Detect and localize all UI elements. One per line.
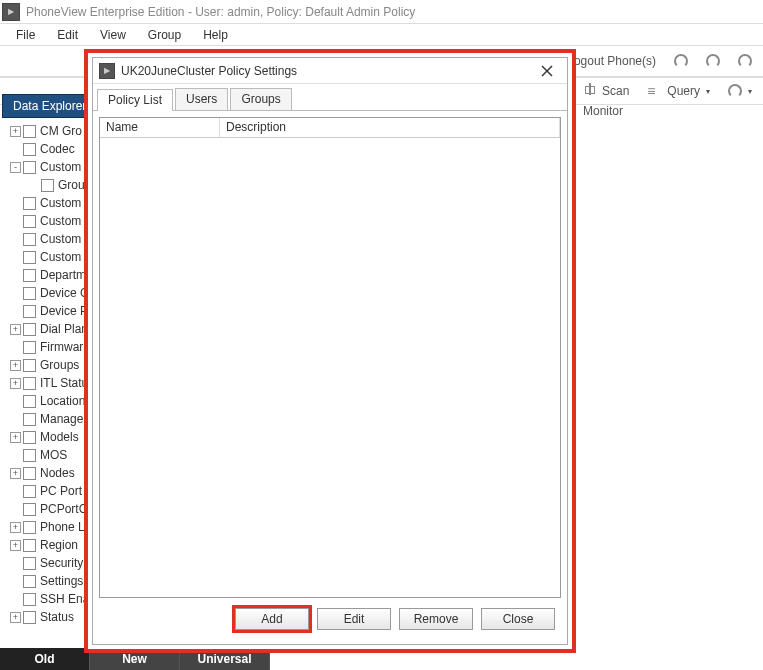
query-button[interactable]: Query ▾ — [640, 80, 717, 102]
headset-button-2[interactable] — [699, 51, 727, 71]
checkbox[interactable] — [23, 359, 36, 372]
expand-icon[interactable]: + — [10, 378, 21, 389]
menubar: File Edit View Group Help — [0, 24, 763, 45]
logout-phones-label: Logout Phone(s) — [567, 54, 656, 68]
tree-item-label: Region — [40, 538, 78, 552]
expand-icon[interactable]: + — [10, 324, 21, 335]
expand-icon[interactable]: + — [10, 126, 21, 137]
checkbox[interactable] — [23, 539, 36, 552]
close-dialog-button[interactable]: Close — [481, 608, 555, 630]
checkbox[interactable] — [23, 341, 36, 354]
checkbox[interactable] — [23, 575, 36, 588]
add-button[interactable]: Add — [235, 608, 309, 630]
checkbox[interactable] — [23, 233, 36, 246]
tree-spacer — [28, 180, 39, 191]
checkbox[interactable] — [41, 179, 54, 192]
column-description[interactable]: Description — [220, 118, 560, 137]
tree-spacer — [10, 342, 21, 353]
tree-item-label: Phone L — [40, 520, 85, 534]
tab-users[interactable]: Users — [175, 88, 228, 110]
checkbox[interactable] — [23, 323, 36, 336]
tree-item-label: MOS — [40, 448, 67, 462]
tree-spacer — [10, 306, 21, 317]
menu-help[interactable]: Help — [193, 26, 238, 44]
checkbox[interactable] — [23, 395, 36, 408]
tree-item-label: Grou — [58, 178, 85, 192]
expand-icon[interactable]: + — [10, 432, 21, 443]
close-icon — [541, 65, 553, 77]
expand-icon[interactable]: + — [10, 468, 21, 479]
tree-item-label: Models — [40, 430, 79, 444]
checkbox[interactable] — [23, 161, 36, 174]
headset-button-1[interactable] — [667, 51, 695, 71]
checkbox[interactable] — [23, 287, 36, 300]
window-title: PhoneView Enterprise Edition - User: adm… — [26, 5, 415, 19]
edit-button[interactable]: Edit — [317, 608, 391, 630]
remove-button[interactable]: Remove — [399, 608, 473, 630]
expand-icon[interactable]: + — [10, 612, 21, 623]
monitor-tab[interactable]: Monitor — [583, 104, 623, 118]
checkbox[interactable] — [23, 467, 36, 480]
headset-icon — [738, 54, 752, 68]
data-explorer-tab[interactable]: Data Explorer — [2, 94, 97, 118]
checkbox[interactable] — [23, 143, 36, 156]
checkbox[interactable] — [23, 485, 36, 498]
app-icon — [99, 63, 115, 79]
tree-spacer — [10, 450, 21, 461]
collapse-icon[interactable]: - — [10, 162, 21, 173]
checkbox[interactable] — [23, 431, 36, 444]
checkbox[interactable] — [23, 305, 36, 318]
expand-icon[interactable]: + — [10, 522, 21, 533]
stack-icon — [647, 83, 663, 99]
expand-icon[interactable]: + — [10, 360, 21, 371]
checkbox[interactable] — [23, 251, 36, 264]
tree-spacer — [10, 144, 21, 155]
tree-spacer — [10, 504, 21, 515]
policy-settings-dialog: UK20JuneCluster Policy Settings Policy L… — [85, 50, 575, 652]
policy-listview[interactable]: Name Description — [99, 117, 561, 598]
tree-item-label: Groups — [40, 358, 79, 372]
checkbox[interactable] — [23, 413, 36, 426]
tree-item-label: Custom — [40, 160, 81, 174]
menu-edit[interactable]: Edit — [47, 26, 88, 44]
checkbox[interactable] — [23, 521, 36, 534]
tree-spacer — [10, 558, 21, 569]
tab-policy-list[interactable]: Policy List — [97, 89, 173, 111]
checkbox[interactable] — [23, 503, 36, 516]
checkbox[interactable] — [23, 215, 36, 228]
dialog-title: UK20JuneCluster Policy Settings — [121, 64, 533, 78]
tree-item-label: Settings — [40, 574, 83, 588]
menu-view[interactable]: View — [90, 26, 136, 44]
tree-spacer — [10, 594, 21, 605]
tree-item-label: Codec — [40, 142, 75, 156]
checkbox[interactable] — [23, 593, 36, 606]
expand-icon[interactable]: + — [10, 540, 21, 551]
tree-item-label: ITL Statu — [40, 376, 88, 390]
headset-dropdown[interactable]: ▾ — [721, 81, 759, 101]
checkbox[interactable] — [23, 449, 36, 462]
checkbox[interactable] — [23, 557, 36, 570]
dialog-titlebar: UK20JuneCluster Policy Settings — [93, 58, 567, 84]
bottom-tab-old[interactable]: Old — [0, 648, 90, 670]
checkbox[interactable] — [23, 197, 36, 210]
scan-button[interactable]: Scan — [575, 80, 636, 102]
menu-group[interactable]: Group — [138, 26, 191, 44]
tree-item-label: Custom — [40, 250, 81, 264]
tab-groups[interactable]: Groups — [230, 88, 291, 110]
dialog-buttons: Add Edit Remove Close — [99, 598, 561, 638]
checkbox[interactable] — [23, 125, 36, 138]
column-name[interactable]: Name — [100, 118, 220, 137]
tree-spacer — [10, 252, 21, 263]
checkbox[interactable] — [23, 377, 36, 390]
tree-item-label: Custom — [40, 214, 81, 228]
headset-button-3[interactable] — [731, 51, 759, 71]
tree-item-label: Location — [40, 394, 85, 408]
tree-item-label: PC Port — [40, 484, 82, 498]
dialog-tabs: Policy List Users Groups — [93, 84, 567, 111]
menu-file[interactable]: File — [6, 26, 45, 44]
scan-icon — [582, 83, 598, 99]
close-button[interactable] — [533, 61, 561, 81]
checkbox[interactable] — [23, 611, 36, 624]
checkbox[interactable] — [23, 269, 36, 282]
scan-label: Scan — [602, 84, 629, 98]
